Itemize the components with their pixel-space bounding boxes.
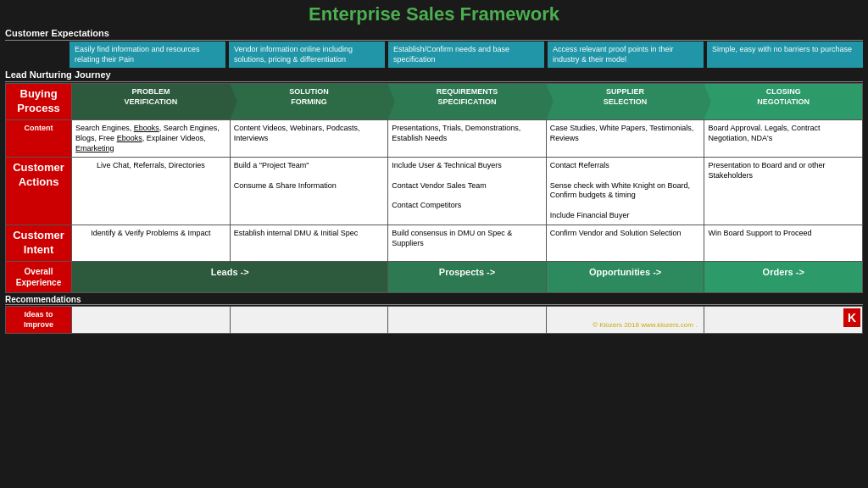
customer-intent-label: Customer Intent [6,225,72,262]
ideas-row: Ideas to Improve © Klozers 2018 www.kloz… [6,307,863,334]
experience-orders: Orders -> [704,262,863,293]
stage-header-3: REQUIREMENTS SPECIFICATION [388,84,547,120]
intent-cell-3: Build consensus in DMU on Spec & Supplie… [388,225,547,262]
actions-cell-3: Include User & Technical Buyers Contact … [388,158,547,225]
expectation-4: Access relevant proof points in their in… [548,42,704,68]
experience-opportunities: Opportunities -> [546,262,704,293]
experience-label: Overall Experience [6,262,72,293]
intent-cell-2: Establish internal DMU & Initial Spec [230,225,388,262]
stage-header-5: CLOSING NEGOTIATION [704,84,863,120]
intent-cell-5: Win Board Support to Proceed [704,225,863,262]
intent-cell-1: Identify & Verify Problems & Impact [72,225,231,262]
lead-nurturing-label: Lead Nurturing Journey [5,69,863,80]
content-row-label: Content [6,120,72,158]
stage-header-4: SUPPLIER SELECTION [546,84,704,120]
customer-expectations-label: Customer Expectations [5,28,863,38]
expectation-2: Vendor information online including solu… [229,42,385,68]
content-cell-2: Content Videos, Webinars, Podcasts, Inte… [230,120,388,158]
expectation-1: Easily find information and resources re… [70,42,225,68]
actions-cell-4: Contact Referrals Sense check with White… [546,158,704,225]
experience-prospects: Prospects -> [388,262,547,293]
page-title: Enterprise Sales Framework [5,3,863,25]
stage-header-2: SOLUTION FORMING [230,84,388,120]
content-cell-5: Board Approval. Legals, Contract Negotia… [704,120,863,158]
content-cell-4: Case Studies, White Papers, Testimonials… [546,120,704,158]
ideas-cell-5: K [704,307,863,334]
k-logo: K [843,308,860,327]
customer-actions-row: Customer Actions Live Chat, Referrals, D… [6,158,863,225]
customer-expectations-row: Easily find information and resources re… [5,42,863,68]
credit-text: © Klozers 2018 www.klozers.com . [593,321,700,329]
ideas-cell-2 [230,307,388,334]
expectation-3: Establish/Confirm needs and base specifi… [388,42,544,68]
content-row: Content Search Engines, Ebooks, Search E… [6,120,863,158]
framework-table: Buying Process PROBLEM VERIFICATION SOLU… [5,83,863,293]
customer-expectations-section: Customer Expectations Easily find inform… [5,28,863,68]
content-cell-1: Search Engines, Ebooks, Search Engines, … [72,120,231,158]
ideas-table: Ideas to Improve © Klozers 2018 www.kloz… [5,306,863,334]
content-cell-3: Presentations, Trials, Demonstrations, E… [388,120,547,158]
main-container: Enterprise Sales Framework Customer Expe… [0,0,868,488]
buying-process-label: Buying Process [6,84,72,120]
buying-process-row: Buying Process PROBLEM VERIFICATION SOLU… [6,84,863,120]
actions-cell-5: Presentation to Board and or other Stake… [704,158,863,225]
ideas-cell-1 [72,307,231,334]
actions-cell-1: Live Chat, Referrals, Directories [72,158,231,225]
ideas-cell-3 [388,307,547,334]
intent-cell-4: Confirm Vendor and Solution Selection [546,225,704,262]
recommendations-label: Recommendations [5,295,863,304]
ideas-label: Ideas to Improve [6,307,72,334]
actions-cell-2: Build a "Project Team" Consume & Share I… [230,158,388,225]
ideas-cell-4: © Klozers 2018 www.klozers.com . [546,307,704,334]
customer-intent-row: Customer Intent Identify & Verify Proble… [6,225,863,262]
experience-row: Overall Experience Leads -> Prospects ->… [6,262,863,293]
customer-actions-label: Customer Actions [6,158,72,225]
expectation-5: Simple, easy with no barriers to purchas… [707,42,863,68]
experience-leads: Leads -> [72,262,388,293]
stage-header-1: PROBLEM VERIFICATION [72,84,231,120]
